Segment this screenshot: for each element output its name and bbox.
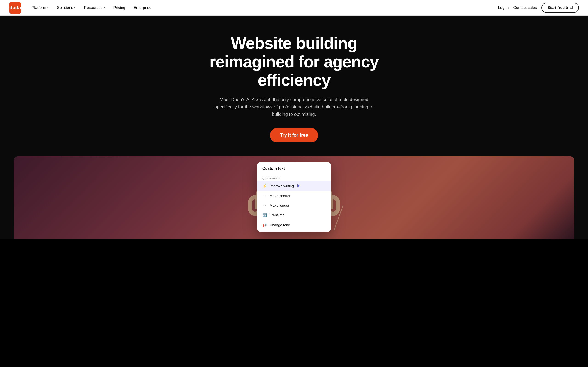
nav-item-resources[interactable]: Resources ▾ — [81, 4, 108, 12]
chevron-down-icon: ▾ — [104, 6, 105, 9]
dropdown-item-make-shorter[interactable]: ↔ Make shorter — [257, 191, 331, 201]
start-free-trial-button[interactable]: Start free trial — [541, 3, 579, 13]
compress-icon: ↔ — [262, 194, 267, 198]
translate-icon: 🔤 — [262, 213, 267, 217]
hero-section: Website building reimagined for agency e… — [0, 16, 588, 156]
navbar: duda Platform ▾ Solutions ▾ Resources ▾ — [0, 0, 588, 16]
change-tone-label: Change tone — [270, 223, 290, 227]
dropdown-title: Custom text — [262, 166, 285, 171]
lightning-icon: ⚡ — [262, 184, 267, 188]
navbar-left: duda Platform ▾ Solutions ▾ Resources ▾ — [9, 2, 155, 14]
nav-link-solutions[interactable]: Solutions ▾ — [54, 4, 79, 12]
nav-item-enterprise[interactable]: Enterprise — [130, 4, 154, 12]
navbar-right: Log in Contact sales Start free trial — [498, 3, 579, 13]
nav-link-pricing[interactable]: Pricing — [110, 4, 129, 12]
preview-background: Custom text QUICK EDITS ⚡ Improve writin… — [14, 156, 574, 239]
hero-subtitle: Meet Duda's AI Assistant, the only compr… — [211, 96, 377, 118]
hero-cta-button[interactable]: Try it for free — [270, 128, 318, 142]
logo-text: duda — [9, 5, 21, 11]
make-longer-label: Make longer — [270, 203, 289, 208]
expand-icon: ↔ — [262, 203, 267, 208]
cursor-icon — [297, 184, 300, 187]
dropdown-section-label: QUICK EDITS — [257, 174, 331, 181]
nav-item-solutions[interactable]: Solutions ▾ — [54, 4, 79, 12]
nav-item-pricing[interactable]: Pricing — [110, 4, 129, 12]
preview-inner: Custom text QUICK EDITS ⚡ Improve writin… — [14, 156, 574, 239]
dropdown-header: Custom text — [257, 162, 331, 174]
chevron-down-icon: ▾ — [47, 6, 49, 9]
translate-label: Translate — [270, 213, 284, 217]
dropdown-item-improve-writing[interactable]: ⚡ Improve writing — [257, 181, 331, 191]
quick-edits-dropdown: Custom text QUICK EDITS ⚡ Improve writin… — [257, 162, 331, 232]
nav-links: Platform ▾ Solutions ▾ Resources ▾ Prici… — [28, 4, 155, 12]
nav-link-resources[interactable]: Resources ▾ — [81, 4, 108, 12]
nav-link-enterprise[interactable]: Enterprise — [130, 4, 154, 12]
improve-writing-label: Improve writing — [270, 184, 294, 188]
dropdown-item-make-longer[interactable]: ↔ Make longer — [257, 201, 331, 210]
login-link[interactable]: Log in — [498, 6, 509, 10]
hero-title: Website building reimagined for agency e… — [195, 34, 393, 90]
logo[interactable]: duda — [9, 2, 21, 14]
nav-item-platform[interactable]: Platform ▾ — [28, 4, 52, 12]
dropdown-item-translate[interactable]: 🔤 Translate — [257, 210, 331, 220]
chevron-down-icon: ▾ — [74, 6, 76, 9]
make-shorter-label: Make shorter — [270, 194, 290, 198]
contact-sales-link[interactable]: Contact sales — [513, 6, 537, 10]
nav-link-platform[interactable]: Platform ▾ — [28, 4, 52, 12]
dropdown-items: ⚡ Improve writing ↔ Make shorter ↔ Make … — [257, 181, 331, 232]
tone-icon: 📢 — [262, 223, 267, 227]
preview-section: Custom text QUICK EDITS ⚡ Improve writin… — [0, 156, 588, 239]
dropdown-item-change-tone[interactable]: 📢 Change tone — [257, 220, 331, 230]
